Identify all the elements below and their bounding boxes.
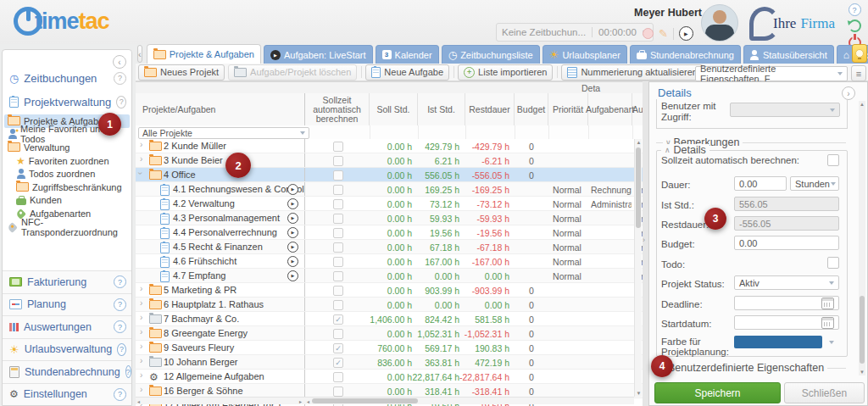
sollzeit-checkbox[interactable]: ✓	[333, 314, 343, 325]
deadline-input[interactable]	[734, 296, 839, 310]
table-row[interactable]: 4.2 Verwaltung▶0.00 h73.12 h-73.12 hNorm…	[136, 197, 643, 211]
column-preset-dropdown[interactable]: Benutzerdefinierte Eigenschaften, F	[695, 66, 848, 81]
help-icon[interactable]: ?	[125, 365, 131, 378]
column-header-budget[interactable]: Budget	[515, 93, 548, 125]
nummerierung-aktualisieren-button[interactable]: Nummerierung aktualisieren	[561, 64, 704, 81]
sollzeit-checkbox[interactable]	[333, 300, 343, 310]
start-task-play-button[interactable]: ▶	[287, 227, 298, 238]
dauer-input[interactable]: 0.00	[734, 176, 787, 191]
table-row[interactable]: ›9 Saveurs Fleury✓760.00 h569.17 h190.83…	[136, 341, 643, 355]
help-icon[interactable]: ?	[114, 72, 126, 85]
table-row[interactable]: ›4 Office0.00 h556.05 h-556.05 h0	[136, 168, 643, 182]
tab-projekte-aufgaben[interactable]: Projekte & Aufgaben	[147, 44, 261, 64]
help-icon[interactable]: ?	[114, 298, 126, 311]
start-tracking-play-icon[interactable]: ▶	[679, 26, 693, 41]
calendar-icon[interactable]	[821, 298, 834, 309]
liste-importieren-button[interactable]: +Liste importieren	[458, 64, 553, 81]
sidebar-section-fakturierung[interactable]: Fakturierung?	[3, 270, 131, 293]
column-header-aufgabenart[interactable]: Aufgabenart	[588, 93, 632, 125]
sollzeit-checkbox[interactable]	[333, 271, 343, 281]
sidebar-collapse-icon[interactable]: ‹	[113, 55, 126, 69]
sidebar-item-zugriffsbeschr-nkung[interactable]: Zugriffsbeschränkung	[3, 181, 131, 194]
project-color-swatch[interactable]	[734, 336, 822, 348]
startdatum-input[interactable]	[734, 315, 839, 330]
sollzeit-checkbox[interactable]	[333, 214, 343, 224]
sidebar-section-stundenabrechnung[interactable]: Stundenabrechnung?	[3, 360, 131, 383]
sidebar-section-auswertungen[interactable]: Auswertungen?	[3, 315, 131, 338]
expand-arrow-icon[interactable]: ›	[140, 356, 142, 365]
table-row[interactable]: 4.5 Recht & Finanzen▶0.00 h67.18 h-67.18…	[136, 240, 643, 254]
table-row[interactable]: ›⚙12 Allgemeine Aufgaben0.00 h22,817.64 …	[136, 370, 643, 384]
refresh-icon[interactable]	[849, 19, 861, 32]
details-collapse-icon[interactable]: ›	[842, 86, 855, 100]
tab-stundenabrechnung[interactable]: Stundenabrechnung	[630, 45, 741, 64]
sidebar-section-urlaubsverwaltung[interactable]: ☀Urlaubsverwaltung?	[3, 338, 131, 361]
column-header-ist[interactable]: Ist Std.	[418, 93, 465, 125]
scrollbar-thumb[interactable]	[860, 296, 865, 364]
start-task-play-button[interactable]: ▶	[287, 213, 298, 224]
sollzeit-checkbox[interactable]	[333, 387, 343, 397]
table-row[interactable]: ›2 Kunde Müller0.00 h429.79 h-429.79 h0	[136, 139, 643, 153]
help-icon[interactable]: ?	[114, 388, 126, 401]
sidebar-item-kunden[interactable]: Kunden	[3, 194, 131, 208]
sollzeit-checkbox[interactable]	[333, 242, 343, 253]
edit-pencil-icon[interactable]: ✎	[659, 27, 668, 40]
sollzeit-checkbox[interactable]	[827, 154, 839, 166]
sollzeit-checkbox[interactable]	[333, 372, 343, 382]
start-task-play-button[interactable]: ▶	[287, 270, 298, 281]
column-header-soll[interactable]: Soll Std.	[370, 93, 418, 125]
grid-horizontal-scrollbar[interactable]: ◂	[305, 397, 634, 404]
column-header-sollzeit[interactable]: Sollzeit automatisch berechnen	[305, 93, 370, 125]
help-icon[interactable]: ?	[114, 275, 126, 288]
grid-vertical-scrollbar[interactable]: ▲ ▼	[634, 139, 642, 397]
user-avatar[interactable]	[701, 4, 738, 42]
save-button[interactable]: Speichern	[654, 382, 781, 403]
help-icon[interactable]: ?	[116, 96, 126, 108]
table-row[interactable]: ›6 Hauptplatz 1. Rathaus0.00 h0.00 h0.00…	[136, 298, 643, 312]
sollzeit-checkbox[interactable]	[333, 185, 343, 195]
expand-arrow-icon[interactable]: ›	[140, 370, 142, 380]
help-icon[interactable]: ?	[849, 3, 861, 16]
tab-status-bersicht[interactable]: Statusübersicht	[743, 45, 834, 64]
section-details[interactable]: ∧ Details	[661, 144, 709, 156]
close-button[interactable]: Schließen	[784, 382, 865, 403]
record-icon[interactable]	[643, 28, 654, 39]
sollzeit-checkbox[interactable]	[333, 286, 343, 296]
sidebar-item-favoriten-zuordnen[interactable]: ★Favoriten zuordnen	[3, 154, 131, 168]
table-row[interactable]: ›8 Greengate Energy0.00 h1,052.31 h-1,05…	[136, 326, 643, 341]
start-task-play-button[interactable]: ▶	[287, 184, 298, 195]
expand-arrow-icon[interactable]: ›	[140, 140, 142, 149]
sollzeit-checkbox[interactable]	[333, 156, 343, 166]
sidebar-section-planung[interactable]: Planung?	[3, 293, 131, 316]
tab-zeitbuchungsliste[interactable]: ◷Zeitbuchungsliste	[442, 45, 540, 64]
table-row[interactable]: 4.4 Personalverrechnung▶0.00 h19.56 h-19…	[136, 225, 643, 240]
tabs-scroll-left-button[interactable]: ‹	[137, 45, 142, 63]
time-tracker-widget[interactable]: Keine Zeitbuchun... 00:00:00	[496, 23, 654, 42]
todo-checkbox[interactable]	[827, 257, 839, 269]
tab-kalender[interactable]: 3Kalender	[376, 45, 439, 64]
neue-aufgabe-button[interactable]: Neue Aufgabe	[365, 64, 449, 81]
sollzeit-checkbox[interactable]	[333, 170, 343, 181]
sidebar-section-zeitbuchungen[interactable]: ◷Zeitbuchungen?	[3, 69, 131, 87]
column-header-restdauer[interactable]: Restdauer	[465, 93, 515, 125]
benutzer-select[interactable]	[730, 103, 840, 117]
details-vertical-scrollbar[interactable]: ▲ ▼	[859, 101, 865, 375]
sollzeit-checkbox[interactable]	[333, 142, 343, 152]
expand-arrow-icon[interactable]: ›	[140, 385, 142, 394]
collapse-arrow-icon[interactable]: ›	[136, 172, 145, 175]
table-row[interactable]: ›3 Kunde Beier0.00 h6.21 h-6.21 h0	[136, 153, 643, 168]
status-select[interactable]: Aktiv	[734, 275, 839, 290]
table-row[interactable]: ›10 Johann Berger✓836.00 h363.81 h472.19…	[136, 355, 643, 370]
column-menu-button[interactable]: ≡	[851, 65, 866, 81]
scrollbar-thumb[interactable]	[636, 147, 641, 228]
column-header-projekte[interactable]: Projekte/Aufgaben	[136, 93, 305, 125]
dauer-unit-select[interactable]: Stunden	[790, 176, 839, 191]
sollzeit-checkbox[interactable]: ✓	[333, 358, 343, 368]
table-row[interactable]: 4.3 Personalmanagement▶0.00 h59.93 h-59.…	[136, 211, 643, 225]
sollzeit-checkbox[interactable]	[333, 199, 343, 209]
expand-arrow-icon[interactable]: ›	[140, 342, 142, 351]
table-row[interactable]: 4.6 Frühschicht▶0.00 h167.00 h-167.00 hN…	[136, 254, 643, 269]
sollzeit-checkbox[interactable]	[333, 329, 343, 339]
sidebar-item-nfc-transponderzuordnung[interactable]: NFC-Transponderzuordnung	[3, 220, 131, 234]
sidebar-section-projektverwaltung[interactable]: Projektverwaltung?	[3, 92, 131, 111]
